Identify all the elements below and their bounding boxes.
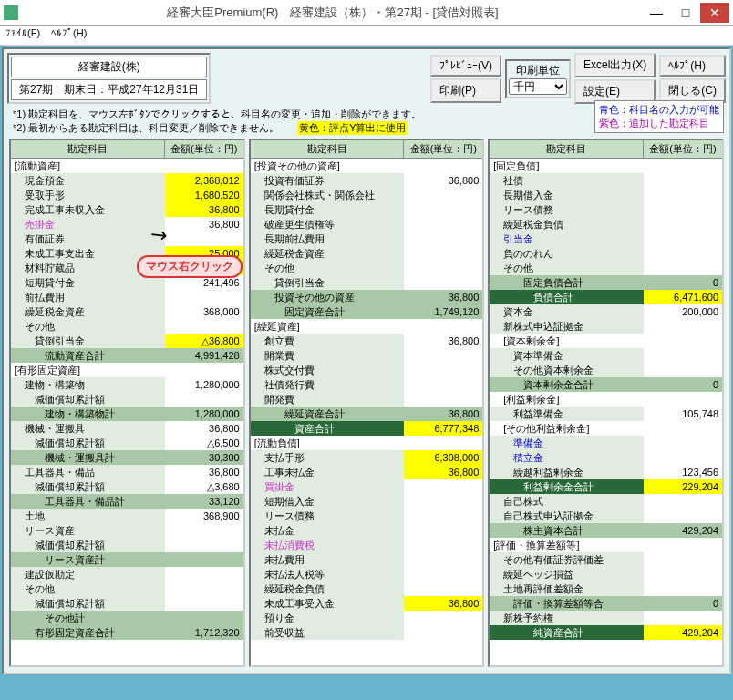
account-row[interactable]: 長期貸付金 bbox=[251, 202, 483, 217]
account-row[interactable]: 受取手形1,680,520 bbox=[11, 188, 243, 202]
account-row[interactable]: 支払手形6,398,000 bbox=[251, 450, 483, 465]
account-row[interactable]: 土地再評価差額金 bbox=[490, 582, 722, 596]
account-row[interactable]: 自己株式 bbox=[490, 494, 722, 509]
account-row[interactable]: 短期借入金 bbox=[251, 494, 483, 509]
account-row[interactable]: 建設仮勘定 bbox=[11, 567, 243, 582]
account-row[interactable]: リース資産 bbox=[11, 523, 243, 538]
print-button[interactable]: 印刷(P) bbox=[430, 78, 501, 103]
menu-file[interactable]: ﾌｧｲﾙ(F) bbox=[5, 27, 40, 43]
account-row[interactable]: その他資本剰余金 bbox=[490, 363, 722, 377]
account-row[interactable]: 売掛金36,800 bbox=[11, 217, 243, 232]
account-row[interactable]: 未払法人税等 bbox=[251, 567, 483, 582]
account-row[interactable]: 投資その他の資産36,800 bbox=[251, 290, 483, 304]
account-row[interactable]: 完成工事未収入金36,800 bbox=[11, 202, 243, 217]
account-row[interactable]: リース債務 bbox=[490, 202, 722, 217]
account-row[interactable]: 準備金 bbox=[490, 436, 722, 450]
account-row[interactable]: 建物・構築物1,280,000 bbox=[11, 377, 243, 392]
account-row[interactable]: 株式交付費 bbox=[251, 363, 483, 377]
account-row[interactable]: 繰延税金資産 bbox=[251, 246, 483, 261]
account-row[interactable]: 固定負債合計0 bbox=[490, 275, 722, 290]
account-row[interactable]: 未払費用 bbox=[251, 552, 483, 567]
account-row[interactable]: 減価償却累計額 bbox=[11, 596, 243, 611]
account-row[interactable]: 株主資本合計429,204 bbox=[490, 523, 722, 538]
account-row[interactable]: 繰延税金資産368,000 bbox=[11, 304, 243, 319]
account-row[interactable]: 開発費 bbox=[251, 392, 483, 407]
account-row[interactable]: 減価償却累計額△3,680 bbox=[11, 479, 243, 494]
account-row[interactable]: [投資その他の資産] bbox=[251, 159, 483, 173]
account-row[interactable]: 資本剰余金合計0 bbox=[490, 377, 722, 392]
account-row[interactable]: 建物・構築物計1,280,000 bbox=[11, 407, 243, 421]
account-row[interactable]: [繰延資産] bbox=[251, 319, 483, 334]
account-row[interactable]: 工具器具・備品計33,120 bbox=[11, 494, 243, 509]
account-row[interactable]: 社債 bbox=[490, 173, 722, 188]
account-row[interactable]: その他計 bbox=[11, 611, 243, 625]
account-row[interactable]: 工事未払金36,800 bbox=[251, 465, 483, 479]
account-row[interactable]: 機械・運搬具36,800 bbox=[11, 421, 243, 436]
account-row[interactable]: その他 bbox=[251, 261, 483, 275]
account-row[interactable]: [資本剰余金] bbox=[490, 334, 722, 348]
account-row[interactable]: 負債合計6,471,600 bbox=[490, 290, 722, 304]
account-row[interactable]: 開業費 bbox=[251, 348, 483, 363]
account-row[interactable]: 破産更生債権等 bbox=[251, 217, 483, 232]
account-row[interactable]: 純資産合計429,204 bbox=[490, 625, 722, 640]
close-dialog-button[interactable]: 閉じる(C) bbox=[659, 78, 726, 103]
account-row[interactable]: 未払金 bbox=[251, 523, 483, 538]
account-row[interactable]: 自己株式申込証拠金 bbox=[490, 509, 722, 523]
account-row[interactable]: 積立金 bbox=[490, 450, 722, 465]
account-row[interactable]: 評価・換算差額等合0 bbox=[490, 596, 722, 611]
excel-button[interactable]: Excel出力(X) bbox=[574, 53, 656, 77]
account-row[interactable]: 現金預金2,368,012 bbox=[11, 173, 243, 188]
account-row[interactable]: [その他利益剰余金] bbox=[490, 421, 722, 436]
account-row[interactable]: [流動負債] bbox=[251, 436, 483, 450]
account-row[interactable]: 前払費用 bbox=[11, 290, 243, 304]
account-row[interactable]: 減価償却累計額△6,500 bbox=[11, 436, 243, 450]
account-row[interactable]: 預り金 bbox=[251, 611, 483, 625]
account-row[interactable]: 未成工事受入金36,800 bbox=[251, 596, 483, 611]
account-row[interactable]: 長期借入金 bbox=[490, 188, 722, 202]
account-row[interactable]: 未払消費税 bbox=[251, 538, 483, 552]
account-row[interactable]: 繰越利益剰余金123,456 bbox=[490, 465, 722, 479]
account-row[interactable]: その他有価証券評価差 bbox=[490, 552, 722, 567]
account-row[interactable]: [固定負債] bbox=[490, 159, 722, 173]
account-row[interactable]: 新株式申込証拠金 bbox=[490, 319, 722, 334]
account-row[interactable]: 流動資産合計4,991,428 bbox=[11, 348, 243, 363]
close-button[interactable]: ✕ bbox=[700, 3, 729, 23]
account-row[interactable]: 利益準備金105,748 bbox=[490, 407, 722, 421]
account-row[interactable]: 繰延税金負債 bbox=[490, 217, 722, 232]
account-row[interactable]: 貸倒引当金 bbox=[251, 275, 483, 290]
account-row[interactable]: 関係会社株式・関係会社 bbox=[251, 188, 483, 202]
account-row[interactable]: 新株予約権 bbox=[490, 611, 722, 625]
help-button[interactable]: ﾍﾙﾌﾟ(H) bbox=[659, 55, 726, 77]
account-row[interactable]: 創立費36,800 bbox=[251, 334, 483, 348]
menu-help[interactable]: ﾍﾙﾌﾟ(H) bbox=[51, 27, 87, 43]
account-row[interactable]: [利益剰余金] bbox=[490, 392, 722, 407]
account-row[interactable]: その他 bbox=[490, 261, 722, 275]
maximize-button[interactable]: □ bbox=[671, 3, 700, 23]
account-row[interactable]: 有価証券 bbox=[11, 232, 243, 246]
account-row[interactable]: 繰延ヘッジ損益 bbox=[490, 567, 722, 582]
account-row[interactable]: 機械・運搬具計30,300 bbox=[11, 450, 243, 465]
minimize-button[interactable]: — bbox=[642, 3, 671, 23]
account-row[interactable]: リース資産計 bbox=[11, 552, 243, 567]
account-row[interactable]: 固定資産合計1,749,120 bbox=[251, 304, 483, 319]
account-row[interactable]: 負ののれん bbox=[490, 246, 722, 261]
account-row[interactable]: リース債務 bbox=[251, 509, 483, 523]
account-row[interactable]: 資産合計6,777,348 bbox=[251, 421, 483, 436]
account-row[interactable]: 前受収益 bbox=[251, 625, 483, 640]
account-row[interactable]: [流動資産] bbox=[11, 159, 243, 173]
account-row[interactable]: 長期前払費用 bbox=[251, 232, 483, 246]
account-row[interactable]: 貸倒引当金△36,800 bbox=[11, 334, 243, 348]
account-row[interactable]: 引当金 bbox=[490, 232, 722, 246]
account-row[interactable]: 工具器具・備品36,800 bbox=[11, 465, 243, 479]
account-row[interactable]: 繰延税金負債 bbox=[251, 582, 483, 596]
account-row[interactable]: 買掛金 bbox=[251, 479, 483, 494]
account-row[interactable]: [有形固定資産] bbox=[11, 363, 243, 377]
account-row[interactable]: 繰延資産合計36,800 bbox=[251, 407, 483, 421]
account-row[interactable]: その他 bbox=[11, 582, 243, 596]
account-row[interactable]: 社債発行費 bbox=[251, 377, 483, 392]
account-row[interactable]: [評価・換算差額等] bbox=[490, 538, 722, 552]
account-row[interactable]: 利益剰余金合計229,204 bbox=[490, 479, 722, 494]
unit-select[interactable]: 千円 bbox=[509, 78, 567, 95]
account-row[interactable]: その他 bbox=[11, 319, 243, 334]
preview-button[interactable]: ﾌﾟﾚﾋﾞｭｰ(V) bbox=[430, 55, 501, 77]
